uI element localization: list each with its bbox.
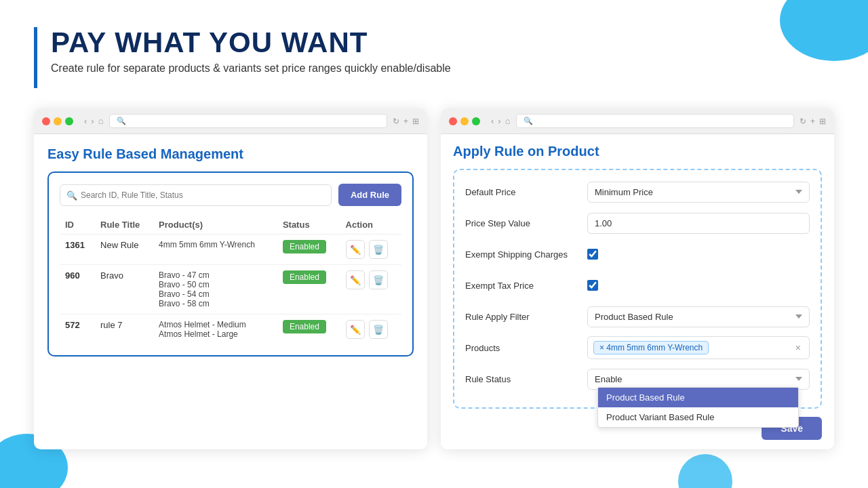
default-price-row: Default Price Minimum Price	[465, 180, 810, 204]
nav-back[interactable]: ‹	[84, 116, 87, 126]
exempt-tax-row: Exempt Tax Price Product Based Rule Prod…	[465, 273, 810, 298]
nav-back-right[interactable]: ‹	[491, 116, 494, 126]
cell-products: Bravo - 47 cmBravo - 50 cmBravo - 54 cmB…	[153, 265, 277, 314]
add-tab-icon[interactable]: +	[403, 117, 408, 126]
default-price-select[interactable]: Minimum Price	[587, 182, 810, 203]
clear-products-icon[interactable]: ×	[793, 342, 804, 353]
address-bar-right: 🔍	[516, 114, 794, 128]
cell-products: 4mm 5mm 6mm Y-Wrench	[153, 235, 277, 265]
dropdown-item-product-based[interactable]: Product Based Rule	[598, 388, 798, 407]
edit-button[interactable]: ✏️	[346, 240, 365, 259]
header-section: PAY WHAT YOU WANT Create rule for separa…	[34, 27, 834, 88]
add-tab-icon-right[interactable]: +	[810, 117, 815, 126]
default-price-label: Default Price	[465, 187, 587, 197]
cell-id: 1361	[60, 235, 95, 265]
delete-button[interactable]: 🗑️	[369, 240, 388, 259]
traffic-light-red[interactable]	[42, 117, 50, 125]
right-panel-title: Apply Rule on Product	[453, 144, 822, 159]
traffic-light-red-right[interactable]	[449, 117, 457, 125]
status-badge: Enabled	[283, 270, 326, 284]
browser-nav-left: ‹ › ⌂	[84, 116, 104, 126]
traffic-light-yellow-right[interactable]	[460, 117, 469, 125]
search-wrapper: 🔍	[60, 184, 332, 206]
dropdown-item-variant-based[interactable]: Product Variant Based Rule	[598, 407, 798, 427]
toolbar-actions-right: ↻ + ⊞	[800, 117, 826, 126]
exempt-tax-label: Exempt Tax Price	[465, 281, 587, 291]
table-row: 572 rule 7 Atmos Helmet - MediumAtmos He…	[60, 314, 401, 345]
cell-status: Enabled	[277, 265, 340, 314]
rule-apply-label: Rule Apply Filter	[465, 312, 587, 322]
col-id: ID	[60, 216, 95, 235]
apply-rule-form: Default Price Minimum Price Price Step V…	[453, 169, 822, 409]
reload-icon[interactable]: ↻	[393, 117, 399, 126]
cell-action: ✏️ 🗑️	[340, 314, 401, 345]
nav-forward[interactable]: ›	[91, 116, 94, 126]
cell-title: rule 7	[95, 314, 153, 345]
status-badge: Enabled	[283, 320, 326, 333]
price-step-input[interactable]	[587, 213, 810, 234]
traffic-lights-left	[42, 117, 73, 125]
left-browser-body: Easy Rule Based Management 🔍 Add Rule ID	[34, 134, 427, 369]
grid-icon-right[interactable]: ⊞	[819, 117, 826, 126]
reload-icon-right[interactable]: ↻	[800, 117, 806, 126]
header-border-decoration	[34, 27, 37, 88]
delete-button[interactable]: 🗑️	[369, 320, 388, 339]
right-browser-window: ‹ › ⌂ 🔍 ↻ + ⊞ Apply Rule on Product	[441, 108, 834, 449]
table-header-row: ID Rule Title Product(s) Status Action	[60, 216, 401, 235]
grid-icon[interactable]: ⊞	[412, 117, 419, 126]
col-status: Status	[277, 216, 340, 235]
rule-apply-wrapper: Product Based Rule Product Variant Based…	[587, 306, 810, 327]
delete-button[interactable]: 🗑️	[369, 270, 388, 289]
address-bar-left: 🔍	[109, 114, 387, 128]
cell-id: 572	[60, 314, 95, 345]
left-browser-window: ‹ › ⌂ 🔍 ↻ + ⊞ Easy Rule Based Management	[34, 108, 427, 449]
price-step-row: Price Step Value	[465, 211, 810, 235]
page-title: PAY WHAT YOU WANT	[51, 27, 451, 58]
rules-panel-card: 🔍 Add Rule ID Rule Title Product(s) Stat…	[47, 171, 414, 357]
rule-status-select[interactable]: Enable Disable	[587, 369, 810, 390]
rules-table: ID Rule Title Product(s) Status Action 1…	[60, 216, 401, 344]
search-icon-toolbar-right: 🔍	[524, 117, 533, 125]
rule-apply-select[interactable]: Product Based Rule Product Variant Based…	[587, 306, 810, 327]
rule-type-dropdown: Product Based Rule Product Variant Based…	[597, 387, 799, 428]
traffic-light-green-right[interactable]	[472, 117, 480, 125]
page-subtitle: Create rule for separate products & vari…	[51, 62, 451, 75]
nav-home-right[interactable]: ⌂	[505, 116, 511, 126]
search-icon-toolbar: 🔍	[117, 117, 126, 125]
exempt-shipping-checkbox[interactable]	[587, 249, 598, 260]
toolbar-actions-left: ↻ + ⊞	[393, 117, 419, 126]
action-buttons: ✏️ 🗑️	[346, 240, 396, 259]
search-icon: 🔍	[66, 190, 77, 200]
exempt-tax-checkbox[interactable]	[587, 280, 598, 291]
traffic-lights-right	[449, 117, 480, 125]
right-browser-body: Apply Rule on Product Default Price Mini…	[441, 134, 834, 449]
price-step-label: Price Step Value	[465, 218, 587, 228]
nav-home[interactable]: ⌂	[98, 116, 104, 126]
status-badge: Enabled	[283, 240, 326, 253]
cell-status: Enabled	[277, 235, 340, 265]
action-buttons: ✏️ 🗑️	[346, 270, 396, 289]
cell-products: Atmos Helmet - MediumAtmos Helmet - Larg…	[153, 314, 277, 345]
search-add-row: 🔍 Add Rule	[60, 184, 401, 206]
edit-button[interactable]: ✏️	[346, 320, 365, 339]
traffic-light-green[interactable]	[65, 117, 73, 125]
cell-action: ✏️ 🗑️	[340, 265, 401, 314]
exempt-shipping-row: Exempt Shipping Charges	[465, 242, 810, 266]
cell-status: Enabled	[277, 314, 340, 345]
header-text: PAY WHAT YOU WANT Create rule for separa…	[51, 27, 451, 75]
edit-button[interactable]: ✏️	[346, 270, 365, 289]
cell-title: New Rule	[95, 235, 153, 265]
products-tag-input[interactable]: × 4mm 5mm 6mm Y-Wrench ×	[587, 336, 810, 359]
rule-apply-row: Rule Apply Filter Product Based Rule Pro…	[465, 304, 810, 329]
nav-forward-right[interactable]: ›	[498, 116, 500, 126]
cell-title: Bravo	[95, 265, 153, 314]
col-products: Product(s)	[153, 216, 277, 235]
search-input[interactable]	[60, 184, 332, 206]
browser-nav-right: ‹ › ⌂	[491, 116, 511, 126]
traffic-light-yellow[interactable]	[54, 117, 62, 125]
exempt-shipping-label: Exempt Shipping Charges	[465, 249, 587, 260]
col-action: Action	[340, 216, 401, 235]
add-rule-button[interactable]: Add Rule	[338, 184, 401, 206]
product-tag-text: × 4mm 5mm 6mm Y-Wrench	[599, 343, 703, 352]
rule-status-label: Rule Status	[465, 374, 587, 384]
